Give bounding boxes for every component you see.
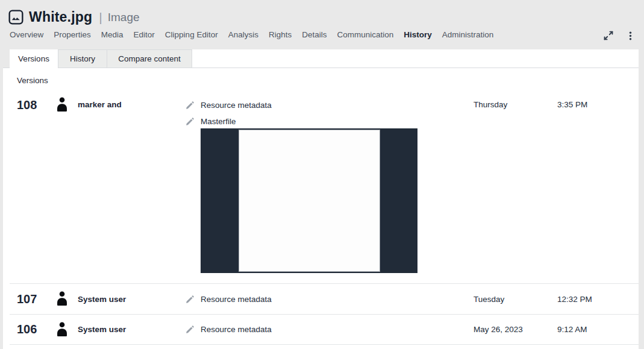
version-number: 108 bbox=[17, 96, 56, 114]
pencil-icon bbox=[186, 325, 195, 334]
nav-item-history[interactable]: History bbox=[404, 30, 432, 39]
thumbnail-image-area bbox=[239, 130, 380, 272]
nav-item-media[interactable]: Media bbox=[101, 30, 123, 39]
nav-item-rights[interactable]: Rights bbox=[269, 30, 292, 39]
nav-item-editor[interactable]: Editor bbox=[134, 30, 155, 39]
version-date: Thursday bbox=[474, 96, 557, 114]
action-label: Resource metadata bbox=[201, 101, 272, 110]
nav-item-overview[interactable]: Overview bbox=[10, 30, 43, 39]
nav-item-details[interactable]: Details bbox=[302, 30, 327, 39]
version-time: 3:35 PM bbox=[557, 96, 639, 114]
version-date: May 26, 2023 bbox=[474, 325, 557, 334]
version-time: 9:12 AM bbox=[557, 325, 639, 334]
tab-bar-spacer bbox=[3, 49, 10, 68]
version-actions: Resource metadata bbox=[186, 295, 474, 304]
action-label: Masterfile bbox=[201, 117, 236, 126]
content-panel: Versions History Compare content Version… bbox=[3, 49, 639, 349]
version-user: System user bbox=[78, 325, 186, 334]
main-nav: Overview Properties Media Editor Clippin… bbox=[10, 30, 602, 39]
nav-item-communication[interactable]: Communication bbox=[337, 30, 393, 39]
version-number: 107 bbox=[17, 292, 56, 306]
nav-item-properties[interactable]: Properties bbox=[54, 30, 91, 39]
tab-bar: Versions History Compare content bbox=[3, 49, 639, 68]
action-resource-metadata[interactable]: Resource metadata bbox=[186, 295, 474, 304]
version-time: 12:32 PM bbox=[557, 295, 639, 304]
tab-history[interactable]: History bbox=[58, 49, 107, 68]
title-row: White.jpg | Image bbox=[8, 9, 140, 25]
version-row-107: 107 System user Resource metadata bbox=[10, 283, 639, 314]
action-resource-metadata[interactable]: Resource metadata bbox=[186, 325, 474, 334]
tab-versions[interactable]: Versions bbox=[10, 49, 58, 68]
image-icon bbox=[8, 10, 24, 25]
asset-type-label: Image bbox=[108, 11, 140, 24]
pencil-icon bbox=[186, 101, 195, 110]
version-list: 108 marker and Resource metadata bbox=[10, 86, 639, 345]
nav-item-administration[interactable]: Administration bbox=[442, 30, 494, 39]
fullscreen-expand-icon[interactable] bbox=[602, 29, 615, 42]
version-user: marker and bbox=[78, 96, 186, 114]
version-row-106: 106 System user Resource metadata bbox=[10, 314, 639, 345]
nav-item-analysis[interactable]: Analysis bbox=[228, 30, 258, 39]
person-icon bbox=[56, 291, 78, 307]
version-user: System user bbox=[78, 295, 186, 304]
version-actions: Resource metadata Masterfile bbox=[186, 96, 474, 273]
pencil-icon bbox=[186, 295, 195, 304]
nav-item-clipping-editor[interactable]: Clipping Editor bbox=[165, 30, 218, 39]
page-title: White.jpg bbox=[29, 9, 92, 25]
person-icon bbox=[56, 322, 78, 338]
tab-compare-content[interactable]: Compare content bbox=[107, 49, 192, 68]
action-label: Resource metadata bbox=[201, 295, 272, 304]
person-icon bbox=[56, 96, 78, 114]
action-label: Resource metadata bbox=[201, 325, 272, 334]
version-actions: Resource metadata bbox=[186, 325, 474, 334]
title-separator: | bbox=[99, 10, 102, 25]
action-masterfile[interactable]: Masterfile bbox=[186, 114, 474, 128]
pencil-icon bbox=[186, 117, 195, 126]
action-resource-metadata[interactable]: Resource metadata bbox=[186, 96, 474, 114]
asset-header: White.jpg | Image Overview Properties Me… bbox=[0, 0, 644, 49]
kebab-menu-icon[interactable] bbox=[624, 29, 637, 42]
version-date: Tuesday bbox=[474, 295, 557, 304]
masterfile-thumbnail[interactable] bbox=[201, 128, 417, 273]
section-title: Versions bbox=[17, 76, 639, 86]
version-number: 106 bbox=[17, 322, 56, 336]
header-action-icons bbox=[602, 29, 637, 42]
version-row-108: 108 marker and Resource metadata bbox=[10, 86, 639, 283]
